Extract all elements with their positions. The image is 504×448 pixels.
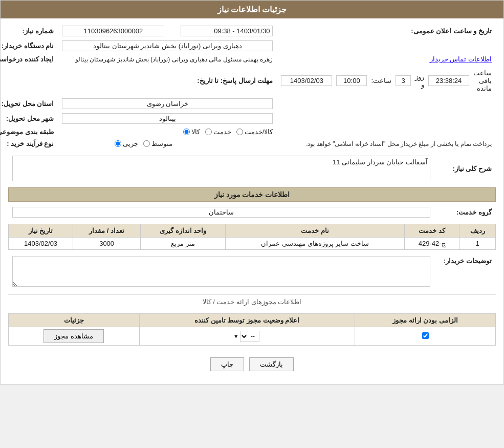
table-row: 1 ج-42-429 ساخت سایر پروژه‌های مهندسی عم… bbox=[9, 238, 496, 250]
services-section-title: اطلاعات خدمات مورد نیاز bbox=[8, 187, 496, 202]
lic-col-required: الزامی بودن ارائه مجوز bbox=[355, 314, 496, 327]
response-time: 10:00 bbox=[336, 75, 367, 86]
back-button[interactable]: بازگشت bbox=[249, 357, 294, 371]
remaining-label: ساعت باقی مانده bbox=[473, 69, 492, 92]
announcement-datetime-value: 1403/01/30 - 09:38 bbox=[181, 26, 273, 36]
purchase-juzii: جزیی bbox=[115, 140, 138, 147]
need-number-value: 1103096263000002 bbox=[62, 26, 164, 36]
subject-kala-khidmat: کالا/خدمت bbox=[236, 128, 273, 136]
juzii-label: جزیی bbox=[123, 140, 138, 147]
subject-khidmat: خدمت bbox=[205, 128, 231, 136]
need-desc-section: شرح کلی نیاز: آسفالت خیابان سردار سلیمان… bbox=[8, 154, 496, 183]
col-header-code: کد خدمت bbox=[404, 224, 459, 238]
subject-label: طبقه بندی موضوعی: bbox=[0, 126, 58, 138]
radio-khidmat[interactable] bbox=[205, 129, 212, 135]
main-content: تاریخ و ساعت اعلان عمومی: 1403/01/30 - 0… bbox=[1, 18, 503, 384]
day-label: روز و bbox=[415, 73, 424, 89]
col-header-row: ردیف bbox=[459, 224, 496, 238]
service-group-label: گروه خدمت: bbox=[434, 205, 496, 220]
radio-juzii[interactable] bbox=[115, 140, 121, 147]
col-header-unit: واحد اندازه گیری bbox=[141, 224, 226, 238]
need-desc-label: شرح کلی نیاز: bbox=[434, 154, 496, 183]
subject-kala: کالا bbox=[183, 128, 200, 136]
buyer-name-label: نام دستگاه خریدار: bbox=[0, 38, 58, 53]
license-details-cell: مشاهده مجوز bbox=[9, 327, 140, 346]
service-group-section: گروه خدمت: ساختمان bbox=[8, 205, 496, 220]
action-buttons-row: بازگشت چاپ bbox=[8, 350, 496, 379]
purchase-type-radio-group: متوسط جزیی bbox=[62, 140, 172, 147]
row-date: 1403/02/03 bbox=[9, 238, 73, 250]
buyer-desc-section: توضیحات خریدار: bbox=[8, 254, 496, 290]
response-day: 3 bbox=[396, 75, 411, 86]
radio-kala-khidmat[interactable] bbox=[236, 129, 243, 135]
license-row: -- ▾ مشاهده مجوز bbox=[9, 327, 496, 346]
buyer-desc-input[interactable] bbox=[12, 256, 430, 287]
delivery-city-label: شهر محل تحویل: bbox=[0, 111, 58, 126]
requester-label: ایجاد کننده درخواست: bbox=[0, 53, 58, 65]
announcement-datetime-label: تاریخ و ساعت اعلان عمومی: bbox=[277, 24, 496, 38]
purchase-type-note: پرداخت تمام یا بخشی از مبلغ خریدار محل "… bbox=[177, 138, 496, 150]
service-group-value: ساختمان bbox=[12, 207, 430, 218]
response-deadline-label: مهلت ارسال پاسخ: تا تاریخ: bbox=[0, 65, 277, 96]
license-status-cell: -- ▾ bbox=[139, 327, 355, 346]
purchase-mutawasit: متوسط bbox=[143, 140, 172, 147]
page-header: جزئیات اطلاعات نیاز bbox=[1, 1, 503, 18]
delivery-province-value: خراسان رضوی bbox=[62, 98, 273, 109]
col-header-name: نام خدمت bbox=[226, 224, 405, 238]
row-quantity: 3000 bbox=[73, 238, 141, 250]
kala-khidmat-label: کالا/خدمت bbox=[245, 128, 273, 136]
lic-col-status: اعلام وضعیت مجوز توسط تامین کننده bbox=[139, 314, 355, 327]
row-unit: متر مربع bbox=[141, 238, 226, 250]
row-number: 1 bbox=[459, 238, 496, 250]
license-status-select[interactable]: -- bbox=[240, 331, 259, 342]
radio-kala[interactable] bbox=[183, 129, 190, 135]
licenses-table: الزامی بودن ارائه مجوز اعلام وضعیت مجوز … bbox=[8, 313, 496, 346]
services-table: ردیف کد خدمت نام خدمت واحد اندازه گیری ت… bbox=[8, 224, 496, 250]
license-required-checkbox[interactable] bbox=[422, 332, 429, 339]
delivery-city-value: بینالود bbox=[62, 113, 273, 124]
need-desc-value: آسفالت خیابان سردار سلیمانی 11 bbox=[12, 156, 430, 181]
lic-col-details: جزئیات bbox=[9, 314, 140, 327]
row-code: ج-42-429 bbox=[404, 238, 459, 250]
remaining-time: 23:38:24 bbox=[428, 75, 469, 86]
radio-mutawasit[interactable] bbox=[143, 140, 150, 147]
purchase-type-label: نوع فرآیند خرید : bbox=[0, 138, 58, 150]
print-button[interactable]: چاپ bbox=[210, 357, 244, 371]
mutawasit-label: متوسط bbox=[151, 140, 172, 147]
requester-value: زهره بهمنی مسئول مالی دهیاری ویرانی (نور… bbox=[58, 53, 277, 65]
col-header-date: تاریخ نیاز bbox=[9, 224, 73, 238]
delivery-province-label: استان محل تحویل: bbox=[0, 96, 58, 111]
licenses-section-title: اطلاعات مجوزهای ارائه خدمت / کالا bbox=[8, 294, 496, 309]
view-license-button[interactable]: مشاهده مجوز bbox=[43, 329, 104, 343]
license-required-cell bbox=[355, 327, 496, 346]
buyer-name-value: دهیاری ویرانی (نوراباد) بخش شاندیز شهرست… bbox=[62, 40, 273, 51]
response-date: 1403/02/03 bbox=[281, 75, 332, 86]
requester-link[interactable]: اطلاعات تماس خریدار bbox=[277, 53, 496, 65]
info-section-1: تاریخ و ساعت اعلان عمومی: 1403/01/30 - 0… bbox=[0, 24, 496, 150]
page-wrapper: جزئیات اطلاعات نیاز تاریخ و ساعت اعلان ع… bbox=[0, 0, 504, 385]
row-service-name: ساخت سایر پروژه‌های مهندسی عمران bbox=[226, 238, 405, 250]
time-label: ساعت: bbox=[371, 77, 391, 84]
khidmat-label: خدمت bbox=[213, 128, 231, 136]
page-title: جزئیات اطلاعات نیاز bbox=[217, 5, 287, 14]
subject-radio-group: کالا/خدمت خدمت کالا bbox=[62, 128, 273, 136]
buyer-desc-label: توضیحات خریدار: bbox=[434, 254, 496, 290]
need-number-label: شماره نیاز: bbox=[0, 24, 58, 38]
col-header-qty: تعداد / مقدار bbox=[73, 224, 141, 238]
chevron-down-icon: ▾ bbox=[234, 332, 238, 340]
kala-label: کالا bbox=[191, 128, 200, 136]
